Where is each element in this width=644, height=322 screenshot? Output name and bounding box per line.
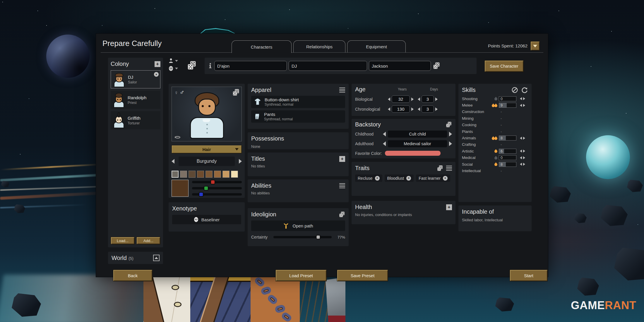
increase-years-arrow[interactable] <box>411 107 414 111</box>
rotate-icon[interactable] <box>174 135 181 140</box>
skill-level-box[interactable]: 8 <box>499 136 516 141</box>
back-button[interactable]: Back <box>113 270 153 281</box>
appearance-category-dropdown[interactable]: Hair <box>172 145 242 153</box>
traits-menu-icon[interactable] <box>446 166 452 171</box>
body-type-selector[interactable] <box>169 58 185 63</box>
blue-slider[interactable] <box>192 193 242 196</box>
tab-equipment[interactable]: Equipment <box>347 40 406 52</box>
apparel-item[interactable]: Pants Synthread, normal <box>251 110 345 123</box>
randomize-ideoligion-dice-icon[interactable] <box>339 211 345 218</box>
clear-skills-icon[interactable] <box>511 87 518 93</box>
randomize-pawn-button[interactable] <box>187 61 197 71</box>
red-slider-handle[interactable] <box>210 180 215 184</box>
style-value[interactable]: Burgundy <box>179 157 235 166</box>
favorite-color-swatch[interactable] <box>385 151 441 156</box>
colonist-card[interactable]: DJ Sailor × <box>111 70 160 88</box>
previous-backstory-arrow[interactable] <box>383 132 386 136</box>
randomize-name-dice-icon[interactable] <box>433 62 440 70</box>
female-icon[interactable]: ♀ <box>174 90 178 96</box>
days-value[interactable]: 3 <box>422 95 434 103</box>
skill-increment-arrow[interactable] <box>523 104 525 107</box>
previous-backstory-arrow[interactable] <box>383 141 386 146</box>
decrease-days-arrow[interactable] <box>418 107 420 111</box>
add-colonist-icon[interactable]: + <box>155 61 160 67</box>
trait-chip[interactable]: Bloodlust × <box>385 174 414 182</box>
next-style-arrow[interactable] <box>239 159 242 164</box>
remove-trait-icon[interactable]: × <box>406 176 411 181</box>
previous-style-arrow[interactable] <box>172 159 174 164</box>
skill-decrement-arrow[interactable] <box>520 150 522 153</box>
days-value[interactable]: 3 <box>422 105 434 113</box>
certainty-slider[interactable] <box>273 236 332 238</box>
save-preset-button[interactable]: Save Preset <box>337 270 388 281</box>
male-icon[interactable]: ♂ <box>179 89 184 96</box>
nickname-input[interactable] <box>289 61 367 71</box>
skill-increment-arrow[interactable] <box>523 137 525 140</box>
skill-decrement-arrow[interactable] <box>520 97 522 100</box>
years-value[interactable]: 32 <box>392 95 410 103</box>
skill-increment-arrow[interactable] <box>523 156 525 159</box>
color-swatch[interactable] <box>197 171 204 178</box>
backstory-value[interactable]: Medieval sailor <box>388 140 447 147</box>
add-title-icon[interactable]: + <box>339 156 345 162</box>
reset-skills-icon[interactable] <box>521 87 528 93</box>
skill-increment-arrow[interactable] <box>523 150 525 153</box>
first-name-input[interactable] <box>214 61 287 71</box>
xenotype-selector[interactable] <box>169 66 185 71</box>
skill-increment-arrow[interactable] <box>523 97 525 100</box>
skill-level-box[interactable]: 9 <box>499 103 516 108</box>
next-backstory-arrow[interactable] <box>449 132 452 136</box>
load-preset-button[interactable]: Load Preset <box>275 270 327 281</box>
blue-slider-handle[interactable] <box>199 192 203 197</box>
load-colonist-button[interactable]: Load... <box>111 237 135 244</box>
color-swatch[interactable] <box>180 171 187 178</box>
ideoligion-value-row[interactable]: Open path <box>251 220 345 231</box>
start-button[interactable]: Start <box>510 270 548 281</box>
colonist-card[interactable]: Randolph Priest <box>111 91 160 109</box>
increase-years-arrow[interactable] <box>411 97 414 101</box>
backstory-value[interactable]: Cult child <box>388 131 447 138</box>
xenotype-value-row[interactable]: Baseliner <box>172 215 241 224</box>
remove-trait-icon[interactable]: × <box>443 176 448 181</box>
save-character-button[interactable]: Save Character <box>484 60 524 72</box>
decrease-days-arrow[interactable] <box>418 97 420 101</box>
red-slider[interactable] <box>192 181 242 183</box>
randomize-backstory-dice-icon[interactable] <box>446 121 452 128</box>
decrease-years-arrow[interactable] <box>388 107 390 111</box>
skill-decrement-arrow[interactable] <box>520 137 522 140</box>
world-panel[interactable]: World(5) <box>108 252 163 264</box>
tab-relationships[interactable]: Relationships <box>293 40 345 52</box>
abilities-menu-icon[interactable] <box>339 183 345 188</box>
randomize-appearance-dice-icon[interactable] <box>232 89 240 96</box>
skill-level-box[interactable]: 8 <box>499 162 516 167</box>
last-name-input[interactable] <box>369 61 431 71</box>
color-swatch[interactable] <box>214 171 221 178</box>
apparel-menu-icon[interactable] <box>339 88 345 93</box>
expand-icon[interactable] <box>153 255 160 261</box>
green-slider-handle[interactable] <box>204 186 208 191</box>
remove-trait-icon[interactable]: × <box>375 176 380 181</box>
trait-chip[interactable]: Fast learner × <box>416 174 450 182</box>
trait-chip[interactable]: Recluse × <box>355 174 382 182</box>
skill-increment-arrow[interactable] <box>523 163 525 166</box>
color-swatch[interactable] <box>172 171 179 178</box>
randomize-traits-dice-icon[interactable] <box>437 165 443 172</box>
color-swatch[interactable] <box>205 171 213 178</box>
tab-characters[interactable]: Characters <box>232 40 292 53</box>
points-dropdown-button[interactable] <box>530 41 540 51</box>
years-value[interactable]: 130 <box>392 105 410 113</box>
remove-colonist-icon[interactable]: × <box>154 72 159 77</box>
skill-level-box[interactable]: 6 <box>499 149 516 154</box>
decrease-years-arrow[interactable] <box>388 97 390 101</box>
color-swatch[interactable] <box>231 171 238 178</box>
apparel-item[interactable]: Button-down shirt Synthread, normal <box>251 96 345 108</box>
skill-decrement-arrow[interactable] <box>520 104 522 107</box>
increase-days-arrow[interactable] <box>435 107 438 111</box>
color-swatch[interactable] <box>222 171 229 178</box>
increase-days-arrow[interactable] <box>435 97 438 101</box>
certainty-slider-handle[interactable] <box>316 235 321 239</box>
green-slider[interactable] <box>192 187 242 189</box>
color-swatch[interactable] <box>189 171 196 178</box>
skill-level-box[interactable]: 0 <box>499 96 516 101</box>
add-health-condition-icon[interactable]: + <box>446 204 452 210</box>
